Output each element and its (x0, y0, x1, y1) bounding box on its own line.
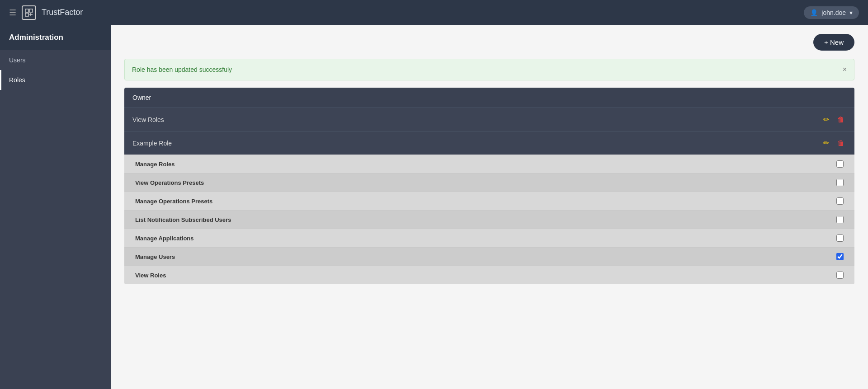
sidebar-item-users[interactable]: Users (0, 50, 111, 70)
owner-header-row: Owner (124, 88, 854, 108)
toolbar: + New (124, 34, 854, 51)
example-role-label: Example Role (132, 140, 172, 147)
permissions-section: Manage Roles View Operations Presets Man… (124, 155, 854, 284)
permission-manage-operations-presets: Manage Operations Presets (124, 192, 854, 210)
manage-applications-checkbox[interactable] (836, 234, 844, 242)
top-navigation: ☰ TrustFactor 👤 john.doe ▾ (0, 0, 868, 25)
example-role-edit-button[interactable]: ✏ (821, 138, 831, 148)
permission-view-operations-presets: View Operations Presets (124, 173, 854, 192)
alert-message: Role has been updated successfuly (132, 66, 232, 73)
view-operations-presets-label: View Operations Presets (135, 179, 204, 186)
username-label: john.doe (821, 9, 846, 16)
manage-users-label: Manage Users (135, 253, 175, 260)
sidebar: Administration Users Roles (0, 25, 111, 389)
manage-roles-checkbox[interactable] (836, 160, 844, 168)
list-notification-subscribed-users-label: List Notification Subscribed Users (135, 216, 231, 223)
example-role-actions: ✏ 🗑 (821, 138, 846, 148)
manage-operations-presets-label: Manage Operations Presets (135, 198, 212, 205)
alert-close-button[interactable]: × (843, 66, 847, 74)
view-roles-delete-button[interactable]: 🗑 (835, 114, 846, 125)
sidebar-section-title: Administration (0, 25, 111, 50)
view-roles-row: View Roles ✏ 🗑 (124, 108, 854, 131)
permission-view-roles: View Roles (124, 266, 854, 284)
manage-applications-label: Manage Applications (135, 235, 194, 242)
view-operations-presets-checkbox[interactable] (836, 179, 844, 186)
manage-operations-presets-checkbox[interactable] (836, 197, 844, 205)
svg-rect-0 (25, 9, 28, 12)
permission-list-notification-subscribed-users: List Notification Subscribed Users (124, 210, 854, 229)
logo-icon (22, 5, 36, 20)
main-content: + New Role has been updated successfuly … (111, 25, 868, 389)
permission-manage-users: Manage Users (124, 247, 854, 266)
dropdown-arrow-icon: ▾ (849, 9, 853, 16)
user-icon: 👤 (810, 9, 818, 16)
permission-manage-applications: Manage Applications (124, 229, 854, 247)
main-layout: Administration Users Roles + New Role ha… (0, 25, 868, 389)
app-title: TrustFactor (42, 8, 83, 17)
svg-rect-1 (29, 9, 33, 12)
svg-rect-2 (25, 13, 28, 16)
roles-table: Owner View Roles ✏ 🗑 Example Role ✏ 🗑 (124, 88, 854, 284)
hamburger-icon[interactable]: ☰ (9, 8, 16, 18)
view-roles-edit-button[interactable]: ✏ (821, 114, 831, 125)
manage-users-checkbox[interactable] (836, 253, 844, 260)
manage-roles-label: Manage Roles (135, 161, 175, 168)
view-roles-actions: ✏ 🗑 (821, 114, 846, 125)
view-roles-perm-label: View Roles (135, 272, 166, 279)
success-alert: Role has been updated successfuly × (124, 59, 854, 80)
example-role-row: Example Role ✏ 🗑 (124, 131, 854, 155)
view-roles-perm-checkbox[interactable] (836, 272, 844, 279)
sidebar-item-roles[interactable]: Roles (0, 70, 111, 90)
list-notification-subscribed-users-checkbox[interactable] (836, 216, 844, 223)
nav-left: ☰ TrustFactor (9, 5, 83, 20)
permission-manage-roles: Manage Roles (124, 155, 854, 173)
example-role-delete-button[interactable]: 🗑 (835, 138, 846, 148)
new-button[interactable]: + New (813, 34, 854, 51)
user-menu[interactable]: 👤 john.doe ▾ (804, 6, 859, 19)
view-roles-label: View Roles (132, 116, 164, 123)
owner-label: Owner (132, 94, 151, 101)
